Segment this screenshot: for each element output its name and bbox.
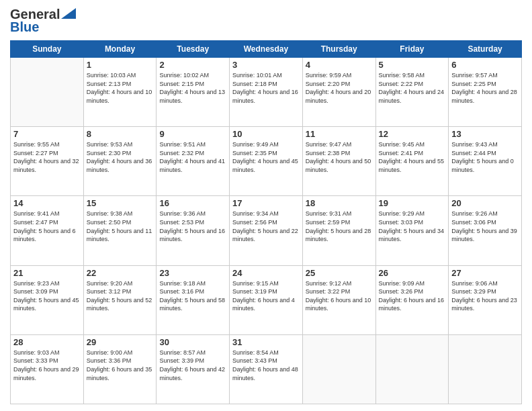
calendar-cell: 4Sunrise: 9:59 AMSunset: 2:20 PMDaylight… xyxy=(302,58,375,127)
day-number: 18 xyxy=(306,198,373,208)
calendar-cell xyxy=(375,334,449,404)
calendar-cell: 12Sunrise: 9:45 AMSunset: 2:41 PMDayligh… xyxy=(375,127,449,196)
weekday-header-row: SundayMondayTuesdayWednesdayThursdayFrid… xyxy=(11,41,522,58)
calendar-cell: 13Sunrise: 9:43 AMSunset: 2:44 PMDayligh… xyxy=(449,127,522,196)
calendar-cell: 3Sunrise: 10:01 AMSunset: 2:18 PMDayligh… xyxy=(230,58,303,127)
calendar-cell: 26Sunrise: 9:09 AMSunset: 3:26 PMDayligh… xyxy=(375,265,449,334)
weekday-saturday: Saturday xyxy=(449,41,522,58)
day-number: 20 xyxy=(451,198,519,208)
day-number: 21 xyxy=(13,268,81,278)
day-info: Sunrise: 9:47 AMSunset: 2:38 PMDaylight:… xyxy=(306,140,373,174)
day-info: Sunrise: 9:41 AMSunset: 2:47 PMDaylight:… xyxy=(13,210,81,243)
calendar-body: 1Sunrise: 10:03 AMSunset: 2:13 PMDayligh… xyxy=(11,58,522,404)
day-number: 14 xyxy=(13,198,81,208)
day-number: 28 xyxy=(13,337,81,347)
day-number: 26 xyxy=(379,268,446,278)
svg-marker-0 xyxy=(61,8,76,19)
calendar-cell: 1Sunrise: 10:03 AMSunset: 2:13 PMDayligh… xyxy=(83,58,157,127)
day-number: 25 xyxy=(306,268,373,278)
weekday-sunday: Sunday xyxy=(11,41,84,58)
calendar-cell: 5Sunrise: 9:58 AMSunset: 2:22 PMDaylight… xyxy=(375,58,449,127)
day-info: Sunrise: 10:01 AMSunset: 2:18 PMDaylight… xyxy=(232,71,300,105)
day-info: Sunrise: 9:34 AMSunset: 2:56 PMDaylight:… xyxy=(232,210,300,243)
calendar-cell: 6Sunrise: 9:57 AMSunset: 2:25 PMDaylight… xyxy=(449,58,522,127)
weekday-monday: Monday xyxy=(83,41,157,58)
day-number: 24 xyxy=(232,268,300,278)
day-number: 10 xyxy=(232,129,300,139)
day-number: 16 xyxy=(159,198,226,208)
calendar-cell xyxy=(302,334,375,404)
day-info: Sunrise: 10:03 AMSunset: 2:13 PMDaylight… xyxy=(87,71,154,105)
day-info: Sunrise: 9:49 AMSunset: 2:35 PMDaylight:… xyxy=(232,140,300,174)
day-info: Sunrise: 9:51 AMSunset: 2:32 PMDaylight:… xyxy=(159,140,226,174)
calendar-cell: 17Sunrise: 9:34 AMSunset: 2:56 PMDayligh… xyxy=(230,196,303,265)
day-info: Sunrise: 9:06 AMSunset: 3:29 PMDaylight:… xyxy=(451,279,519,313)
day-number: 27 xyxy=(451,268,519,278)
calendar-cell: 29Sunrise: 9:00 AMSunset: 3:36 PMDayligh… xyxy=(83,334,157,404)
calendar-cell xyxy=(449,334,522,404)
calendar-cell: 24Sunrise: 9:15 AMSunset: 3:19 PMDayligh… xyxy=(230,265,303,334)
day-number: 15 xyxy=(87,198,154,208)
day-number: 9 xyxy=(159,129,226,139)
calendar-cell: 8Sunrise: 9:53 AMSunset: 2:30 PMDaylight… xyxy=(83,127,157,196)
calendar-cell: 18Sunrise: 9:31 AMSunset: 2:59 PMDayligh… xyxy=(302,196,375,265)
day-info: Sunrise: 9:00 AMSunset: 3:36 PMDaylight:… xyxy=(87,349,154,382)
day-info: Sunrise: 10:02 AMSunset: 2:15 PMDaylight… xyxy=(159,71,226,105)
day-info: Sunrise: 9:09 AMSunset: 3:26 PMDaylight:… xyxy=(379,279,446,313)
logo-icon xyxy=(61,8,76,19)
day-number: 7 xyxy=(13,129,81,139)
day-info: Sunrise: 9:55 AMSunset: 2:27 PMDaylight:… xyxy=(13,140,81,174)
page-header: General Blue xyxy=(10,7,522,35)
day-number: 31 xyxy=(232,337,300,347)
calendar-cell: 16Sunrise: 9:36 AMSunset: 2:53 PMDayligh… xyxy=(157,196,230,265)
day-info: Sunrise: 9:15 AMSunset: 3:19 PMDaylight:… xyxy=(232,279,300,313)
calendar-cell: 23Sunrise: 9:18 AMSunset: 3:16 PMDayligh… xyxy=(157,265,230,334)
calendar-cell: 20Sunrise: 9:26 AMSunset: 3:06 PMDayligh… xyxy=(449,196,522,265)
weekday-friday: Friday xyxy=(375,41,449,58)
day-info: Sunrise: 9:03 AMSunset: 3:33 PMDaylight:… xyxy=(13,349,81,382)
day-number: 23 xyxy=(159,268,226,278)
calendar-cell: 30Sunrise: 8:57 AMSunset: 3:39 PMDayligh… xyxy=(157,334,230,404)
day-info: Sunrise: 9:36 AMSunset: 2:53 PMDaylight:… xyxy=(159,210,226,243)
logo-blue: Blue xyxy=(10,19,39,35)
day-info: Sunrise: 9:26 AMSunset: 3:06 PMDaylight:… xyxy=(451,210,519,243)
day-info: Sunrise: 9:59 AMSunset: 2:20 PMDaylight:… xyxy=(306,71,373,105)
day-number: 12 xyxy=(379,129,446,139)
calendar-cell: 14Sunrise: 9:41 AMSunset: 2:47 PMDayligh… xyxy=(11,196,84,265)
calendar-cell: 31Sunrise: 8:54 AMSunset: 3:43 PMDayligh… xyxy=(230,334,303,404)
day-number: 4 xyxy=(306,60,373,70)
calendar-cell: 27Sunrise: 9:06 AMSunset: 3:29 PMDayligh… xyxy=(449,265,522,334)
day-info: Sunrise: 9:53 AMSunset: 2:30 PMDaylight:… xyxy=(87,140,154,174)
day-info: Sunrise: 8:54 AMSunset: 3:43 PMDaylight:… xyxy=(232,349,300,382)
week-row-2: 7Sunrise: 9:55 AMSunset: 2:27 PMDaylight… xyxy=(11,127,522,196)
day-info: Sunrise: 9:29 AMSunset: 3:03 PMDaylight:… xyxy=(379,210,446,243)
calendar-cell: 10Sunrise: 9:49 AMSunset: 2:35 PMDayligh… xyxy=(230,127,303,196)
day-info: Sunrise: 9:20 AMSunset: 3:12 PMDaylight:… xyxy=(87,279,154,313)
calendar-cell: 21Sunrise: 9:23 AMSunset: 3:09 PMDayligh… xyxy=(11,265,84,334)
day-number: 22 xyxy=(87,268,154,278)
calendar-cell: 22Sunrise: 9:20 AMSunset: 3:12 PMDayligh… xyxy=(83,265,157,334)
day-info: Sunrise: 9:38 AMSunset: 2:50 PMDaylight:… xyxy=(87,210,154,243)
day-number: 11 xyxy=(306,129,373,139)
week-row-4: 21Sunrise: 9:23 AMSunset: 3:09 PMDayligh… xyxy=(11,265,522,334)
week-row-1: 1Sunrise: 10:03 AMSunset: 2:13 PMDayligh… xyxy=(11,58,522,127)
weekday-tuesday: Tuesday xyxy=(157,41,230,58)
week-row-5: 28Sunrise: 9:03 AMSunset: 3:33 PMDayligh… xyxy=(11,334,522,404)
day-info: Sunrise: 9:43 AMSunset: 2:44 PMDaylight:… xyxy=(451,140,519,174)
calendar-cell: 28Sunrise: 9:03 AMSunset: 3:33 PMDayligh… xyxy=(11,334,84,404)
day-number: 2 xyxy=(159,60,226,70)
weekday-thursday: Thursday xyxy=(302,41,375,58)
calendar-cell: 25Sunrise: 9:12 AMSunset: 3:22 PMDayligh… xyxy=(302,265,375,334)
day-number: 17 xyxy=(232,198,300,208)
day-number: 5 xyxy=(379,60,446,70)
calendar-cell: 19Sunrise: 9:29 AMSunset: 3:03 PMDayligh… xyxy=(375,196,449,265)
calendar-cell: 15Sunrise: 9:38 AMSunset: 2:50 PMDayligh… xyxy=(83,196,157,265)
calendar-table: SundayMondayTuesdayWednesdayThursdayFrid… xyxy=(10,40,522,404)
day-info: Sunrise: 9:45 AMSunset: 2:41 PMDaylight:… xyxy=(379,140,446,174)
day-info: Sunrise: 9:31 AMSunset: 2:59 PMDaylight:… xyxy=(306,210,373,243)
day-info: Sunrise: 9:18 AMSunset: 3:16 PMDaylight:… xyxy=(159,279,226,313)
day-number: 30 xyxy=(159,337,226,347)
calendar-cell xyxy=(11,58,84,127)
week-row-3: 14Sunrise: 9:41 AMSunset: 2:47 PMDayligh… xyxy=(11,196,522,265)
weekday-wednesday: Wednesday xyxy=(230,41,303,58)
